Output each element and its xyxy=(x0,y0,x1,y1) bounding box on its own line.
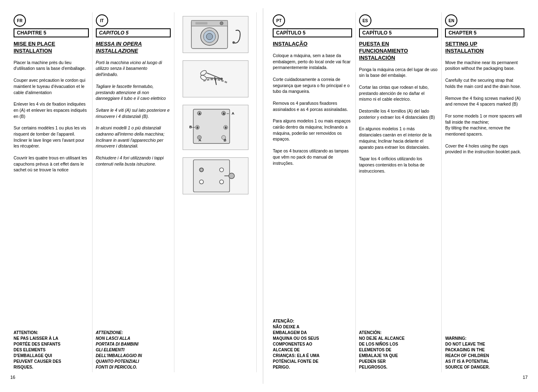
svg-text:B: B xyxy=(225,126,227,129)
para-fr-4: Couvrir les quatre trous en utilisant le… xyxy=(14,155,89,173)
para-en-4: Cover the 4 holes using the caps provide… xyxy=(445,143,524,155)
para-en-1: Carefully cut the securing strap that ho… xyxy=(445,77,524,89)
diagram-washing-machine xyxy=(183,16,248,53)
para-en-3: For some models 1 or more spacers will f… xyxy=(445,113,524,137)
warning-fr: ATTENTION: NE PAS LAISSER À LA PORTÉE DE… xyxy=(14,330,89,370)
left-page: FR CHAPITRE 5 MISE EN PLACE INSTALLATION… xyxy=(4,8,263,384)
warning-pt: ATENÇÃO: NÃO DEIXE A EMBALAGEM DA MAQUIN… xyxy=(273,318,352,370)
para-fr-3: Sur certains modèles 1 ou plus les vis r… xyxy=(14,125,89,149)
section-title-fr: MISE EN PLACE INSTALLATION xyxy=(14,41,89,55)
diagram-cut-strap xyxy=(183,60,248,97)
chapter-it: CAPITOLO 5 xyxy=(96,28,171,37)
page-number-right: 17 xyxy=(269,372,528,380)
para-es-4: Tapar los 4 orificios utilizando los tap… xyxy=(359,156,438,174)
para-es-2: Destornille los 4 tornillos (A) del lado… xyxy=(359,108,438,120)
diagram-screws: A A B B A B xyxy=(183,105,248,150)
para-fr-2: Enlever les 4 vis de fixation indiquées … xyxy=(14,101,89,119)
badge-pt: PT xyxy=(273,14,285,27)
section-title-en: SETTING UP INSTALLATION xyxy=(445,41,524,55)
para-it-0: Porti la macchina vicino al luogo di uti… xyxy=(96,60,171,78)
para-it-2: Svitare le 4 viti (A) sul lato posterior… xyxy=(96,107,171,119)
warning-es: ATENCIÓN: NO DEJE AL ALCANCE DE LOS NIÑO… xyxy=(359,330,438,370)
warning-body-fr: NE PAS LAISSER À LA PORTÉE DES ENFANTS D… xyxy=(14,336,61,369)
para-pt-2: Remova os 4 parafusos fixadores assinala… xyxy=(273,100,352,112)
warning-body-pt: NÃO DEIXE A EMBALAGEM DA MAQUINA OU OS S… xyxy=(273,325,320,369)
svg-rect-6 xyxy=(195,22,207,25)
badge-en: EN xyxy=(445,14,457,27)
svg-point-35 xyxy=(220,180,224,184)
section-title-pt: INSTALAÇÃO xyxy=(273,41,352,48)
para-fr-1: Couper avec précaution le cordon qui mai… xyxy=(14,77,89,95)
warning-label-es: ATENCIÓN: xyxy=(359,330,382,335)
para-it-3: In alcuni modelli 1 o più distanziali ca… xyxy=(96,125,171,149)
svg-point-28 xyxy=(197,136,202,140)
badge-fr: FR xyxy=(14,14,26,27)
badge-es: ES xyxy=(359,14,371,27)
chapter-fr: CHAPITRE 5 xyxy=(14,28,89,37)
col-pt: PT CAPÍTULO 5 INSTALAÇÃO Coloque a máqui… xyxy=(269,12,356,372)
svg-point-9 xyxy=(199,74,207,81)
warning-en: WARNING: DO NOT LEAVE THE PACKAGING IN T… xyxy=(445,336,524,370)
svg-rect-31 xyxy=(193,160,230,192)
svg-point-3 xyxy=(206,33,213,40)
svg-point-30 xyxy=(221,136,225,140)
badge-it: IT xyxy=(96,14,108,27)
warning-body-en: DO NOT LEAVE THE PACKAGING IN THE REACH … xyxy=(445,342,489,369)
svg-text:A: A xyxy=(199,112,201,115)
warning-it: ATTENZIONE: NON LASCI ALLA PORTATA DI BA… xyxy=(96,330,171,370)
section-title-es: PUESTA EN FUNCIONAMIENTO INSTALACIÓN xyxy=(359,41,438,62)
para-es-1: Cortar las cintas que rodean el tubo, pr… xyxy=(359,84,438,102)
col-it: IT CAPITOLO 5 MESSA IN OPERA INSTALLAZIO… xyxy=(93,12,175,372)
warning-body-es: NO DEJE AL ALCANCE DE LOS NIÑOS LOS ELEM… xyxy=(359,336,405,369)
chapter-en: CHAPTER 5 xyxy=(445,28,524,37)
svg-text:A: A xyxy=(232,111,234,115)
svg-point-33 xyxy=(220,168,224,172)
page-number-left: 16 xyxy=(10,372,257,380)
svg-point-7 xyxy=(232,42,235,44)
svg-point-5 xyxy=(220,22,223,25)
para-en-2: Remove the 4 fixing screws marked (A) an… xyxy=(445,95,524,107)
para-pt-4: Tape os 4 buracos utilizando as tampas q… xyxy=(273,148,352,166)
para-pt-3: Para alguns modelos 1 ou mais espaços ca… xyxy=(273,118,352,142)
svg-text:A: A xyxy=(223,112,225,115)
para-es-3: En algunos modelos 1 o más distanciales … xyxy=(359,126,438,150)
col-es: ES CAPÍTULO 5 PUESTA EN FUNCIONAMIENTO I… xyxy=(356,12,442,372)
chapter-pt: CAPÍTULO 5 xyxy=(273,28,352,37)
svg-text:B: B xyxy=(197,126,199,129)
para-pt-1: Corte cuidadosamente a correia de segura… xyxy=(273,76,352,95)
warning-label-pt: ATENÇÃO: xyxy=(273,319,294,323)
chapter-es: CAPÍTULO 5 xyxy=(359,28,438,37)
para-it-1: Tagliare le fascette fermatubo, prestand… xyxy=(96,83,171,101)
col-diagrams-left: A A B B A B xyxy=(174,12,257,372)
svg-point-34 xyxy=(199,180,204,184)
warning-label-fr: ATTENTION: xyxy=(14,330,38,335)
warning-label-en: WARNING: xyxy=(445,336,466,341)
svg-point-38 xyxy=(200,168,203,171)
col-en: EN CHAPTER 5 SETTING UP INSTALLATION Mov… xyxy=(442,12,528,372)
warning-body-it: NON LASCI ALLA PORTATA DI BAMBINI GLI EL… xyxy=(96,336,142,369)
page-container: FR CHAPITRE 5 MISE EN PLACE INSTALLATION… xyxy=(0,0,538,392)
right-page: PT CAPÍTULO 5 INSTALAÇÃO Coloque a máqui… xyxy=(263,8,534,384)
svg-point-36 xyxy=(229,173,234,179)
para-pt-0: Coloque a máquina, sem a base da embalag… xyxy=(273,53,352,71)
para-it-4: Richiudere i 4 fori utilizzando i tappi … xyxy=(96,155,171,167)
para-en-0: Move the machine near its permanent posi… xyxy=(445,60,524,71)
para-es-0: Ponga la máquina cerca del lugar de uso … xyxy=(359,67,438,78)
col-fr: FR CHAPITRE 5 MISE EN PLACE INSTALLATION… xyxy=(10,12,93,372)
para-fr-0: Placer la machine près du lieu d'utilisa… xyxy=(14,60,89,71)
diagram-cover-holes xyxy=(183,157,248,194)
svg-text:B: B xyxy=(189,125,192,129)
section-title-it: MESSA IN OPERA INSTALLAZIONE xyxy=(96,41,171,55)
warning-label-it: ATTENZIONE: xyxy=(96,330,123,335)
